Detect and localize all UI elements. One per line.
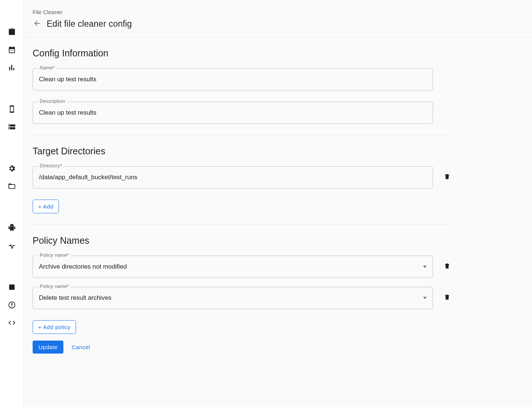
policy-label: Policy name* — [37, 252, 71, 258]
policy-select[interactable]: Policy name* Delete test result archives — [33, 287, 433, 309]
directory-field[interactable]: Directory* — [33, 166, 433, 188]
description-input[interactable] — [39, 109, 427, 116]
description-label: Description — [37, 98, 67, 104]
name-field[interactable]: Name* — [33, 68, 433, 91]
sidebar — [0, 0, 24, 407]
section-title-policies: Policy Names — [33, 235, 452, 246]
delete-directory-button[interactable] — [442, 172, 452, 183]
trash-icon — [444, 173, 450, 181]
folder-icon — [8, 182, 16, 192]
chevron-down-icon — [423, 266, 427, 268]
sidebar-item-health[interactable] — [4, 239, 19, 254]
name-input[interactable] — [39, 76, 427, 83]
code-icon — [8, 319, 16, 328]
phone-icon — [8, 105, 16, 115]
notes-icon — [8, 283, 16, 293]
add-directory-button[interactable]: + Add — [33, 200, 59, 213]
sidebar-item-hosts[interactable] — [4, 120, 19, 135]
sidebar-item-tests[interactable] — [4, 25, 19, 40]
sidebar-item-notes[interactable] — [4, 280, 19, 295]
sidebar-item-results[interactable] — [4, 61, 19, 76]
divider — [33, 224, 452, 225]
back-button[interactable] — [33, 20, 42, 29]
section-title-config-info: Config Information — [33, 48, 452, 59]
sidebar-item-settings[interactable] — [4, 162, 19, 177]
page-title: Edit file cleaner config — [47, 19, 132, 29]
sidebar-item-devices[interactable] — [4, 102, 19, 117]
sidebar-item-help[interactable] — [4, 298, 19, 313]
divider — [33, 135, 452, 135]
bar-chart-icon — [8, 63, 16, 73]
policy-row: Policy name* Delete test result archives — [33, 287, 452, 318]
actions: Update Cancel — [33, 341, 452, 354]
trash-icon — [444, 294, 450, 302]
sidebar-item-api[interactable] — [4, 316, 19, 331]
description-field[interactable]: Description — [33, 102, 433, 124]
name-label: Name* — [37, 65, 57, 70]
trash-icon — [444, 263, 450, 271]
gear-icon — [8, 164, 16, 174]
main-panel: File Cleaner Edit file cleaner config Co… — [24, 0, 532, 407]
policy-row: Policy name* Archive directories not mod… — [33, 256, 452, 287]
sidebar-item-android[interactable] — [4, 221, 19, 236]
delete-policy-button[interactable] — [442, 262, 452, 272]
update-button[interactable]: Update — [33, 341, 63, 354]
add-policy-button[interactable]: + Add policy — [33, 320, 76, 334]
calendar-icon — [8, 46, 16, 55]
policy-select[interactable]: Policy name* Archive directories not mod… — [33, 256, 433, 278]
page-header: File Cleaner Edit file cleaner config — [24, 0, 532, 37]
health-icon — [8, 242, 16, 251]
sidebar-item-file-cleaner[interactable] — [4, 180, 19, 194]
help-icon — [8, 301, 16, 311]
delete-policy-button[interactable] — [442, 293, 452, 303]
chevron-down-icon — [423, 297, 427, 299]
breadcrumb: File Cleaner — [33, 9, 523, 15]
android-icon — [8, 224, 16, 233]
section-title-directories: Target Directories — [33, 146, 452, 157]
sidebar-item-schedule[interactable] — [4, 43, 19, 58]
storage-icon — [8, 123, 16, 132]
arrow-back-icon — [33, 19, 41, 29]
directory-label: Directory* — [37, 163, 64, 168]
cancel-button[interactable]: Cancel — [67, 341, 95, 354]
policy-label: Policy name* — [37, 283, 71, 289]
policy-value: Delete test result archives — [39, 294, 420, 302]
directory-input[interactable] — [39, 174, 427, 181]
policy-value: Archive directories not modified — [39, 263, 420, 270]
clipboard-icon — [8, 28, 16, 37]
directory-row: Directory* — [33, 166, 452, 197]
